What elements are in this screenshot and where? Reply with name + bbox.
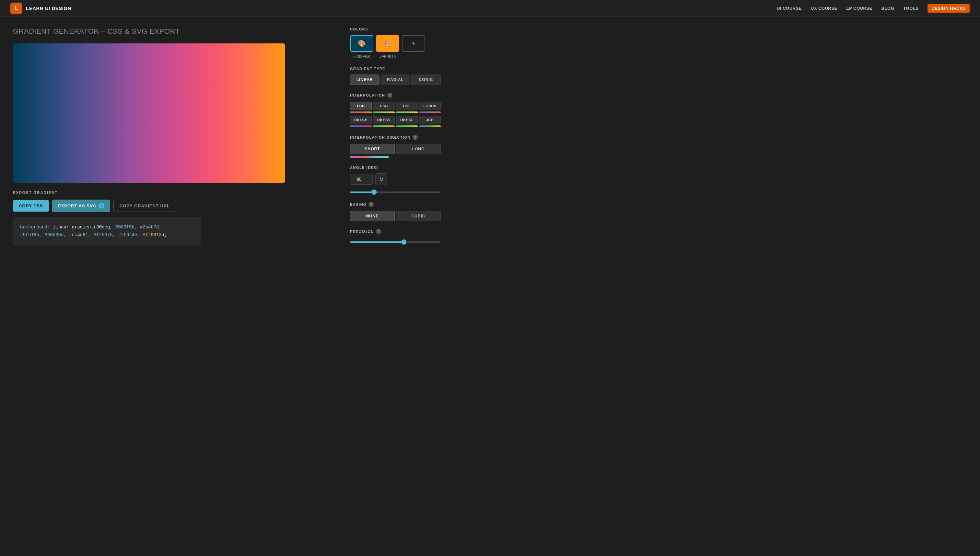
interpolation-direction-help-icon[interactable]: ?	[412, 135, 418, 140]
interp-lch[interactable]: LCH	[350, 102, 372, 110]
angle-input[interactable]	[350, 174, 373, 185]
gradient-preview	[13, 44, 285, 183]
gradient-type-section: GRADIENT TYPE LINEAR RADIAL CONIC	[350, 67, 441, 85]
interpolation-direction-section: INTERPOLATION DIRECTION ? SHORT LONG	[350, 135, 441, 158]
interp-hsb[interactable]: HSB	[373, 102, 395, 110]
export-buttons: COPY CSS EXPORT AS SVG i COPY GRADIENT U…	[13, 200, 340, 212]
precision-section: PRECISION ?	[350, 229, 441, 244]
rotate-icon: ↻	[379, 176, 383, 183]
interpolation-bars-row1	[350, 112, 441, 113]
export-svg-button[interactable]: EXPORT AS SVG i	[52, 200, 110, 212]
code-color2: #5f5195, #98509d, #cc4c91, #f25375, #ff6…	[20, 232, 142, 238]
angle-slider[interactable]	[350, 191, 441, 193]
easing-label: EASING	[350, 202, 367, 206]
interp-hsl[interactable]: HSL	[396, 102, 418, 110]
gradient-type-linear[interactable]: LINEAR	[350, 74, 380, 85]
interp-bar-lch	[350, 112, 372, 113]
angle-rotate-button[interactable]: ↻	[375, 173, 387, 185]
right-panel: COLORS 🎨 🎨 + #003F5B #FF9913 GRADIENT TY…	[350, 27, 441, 252]
color-hex-2: #FF9913	[376, 55, 399, 59]
interpolation-header: INTERPOLATION ?	[350, 93, 441, 98]
nav-link-ux-course[interactable]: UX COURSE	[811, 6, 838, 11]
palette-icon-1: 🎨	[358, 40, 366, 47]
angle-section: ANGLE (DEG) ↻	[350, 166, 441, 194]
code-property: background:	[20, 225, 53, 230]
precision-help-icon[interactable]: ?	[376, 229, 381, 234]
easing-cubic[interactable]: CUBIC	[396, 211, 441, 221]
code-color3: #ff9913	[142, 232, 162, 238]
color-hex-1: #003F5B	[350, 55, 374, 59]
logo-icon: L	[10, 3, 22, 14]
export-label: EXPORT GRADIENT	[13, 191, 340, 195]
precision-slider-container	[350, 238, 441, 244]
direction-short[interactable]: SHORT	[350, 144, 395, 154]
nav-link-lp-course[interactable]: LP COURSE	[846, 6, 872, 11]
interp-bar-okhsv	[373, 125, 395, 127]
gradient-type-radial[interactable]: RADIAL	[381, 74, 410, 85]
code-block: background: linear-gradient(90deg, #003f…	[13, 217, 201, 246]
easing-buttons: NONE CUBIC	[350, 211, 441, 221]
interp-bar-hsl	[396, 112, 418, 113]
left-panel: GRADIENT GENERATOR – CSS & SVG EXPORT EX…	[13, 27, 340, 252]
interpolation-bars-row2	[350, 125, 441, 127]
interpolation-direction-buttons: SHORT LONG	[350, 144, 441, 154]
interpolation-label: INTERPOLATION	[350, 93, 385, 97]
logo-letter: L	[15, 5, 18, 12]
precision-slider[interactable]	[350, 241, 441, 243]
interpolation-help-icon[interactable]: ?	[387, 93, 393, 98]
angle-label: ANGLE (DEG)	[350, 166, 441, 170]
nav-link-blog[interactable]: BLOG	[881, 6, 894, 11]
main-container: GRADIENT GENERATOR – CSS & SVG EXPORT EX…	[0, 17, 454, 262]
copy-css-button[interactable]: COPY CSS	[13, 200, 49, 212]
code-function: linear-gradient(90deg,	[53, 225, 115, 230]
color-swatch-1[interactable]: 🎨	[350, 35, 374, 52]
interp-lchuv[interactable]: LCHUV	[419, 102, 441, 110]
interp-bar-jch	[419, 125, 441, 127]
code-color1: #003f5b, #2b4b7d,	[115, 225, 162, 230]
nav-link-ui-course[interactable]: UI COURSE	[777, 6, 802, 11]
brand-name: LEARN UI DESIGN	[26, 5, 71, 11]
color-swatches: 🎨 🎨 +	[350, 35, 441, 52]
nav-link-design-hacks[interactable]: DESIGN HACKS	[928, 4, 970, 13]
easing-header: EASING ?	[350, 202, 441, 207]
navigation: L LEARN UI DESIGN UI COURSE UX COURSE LP…	[0, 0, 980, 17]
copy-url-button[interactable]: COPY GRADIENT URL	[113, 200, 176, 212]
interp-bar-hsb	[373, 112, 395, 113]
interpolation-row1: LCH HSB HSL LCHUV	[350, 102, 441, 110]
interp-okhsl[interactable]: OKHSL	[396, 116, 418, 124]
gradient-type-label: GRADIENT TYPE	[350, 67, 441, 71]
add-color-button[interactable]: +	[402, 35, 425, 52]
page-title-sub: – CSS & SVG EXPORT	[101, 27, 180, 35]
easing-help-icon[interactable]: ?	[369, 202, 374, 207]
plus-icon: +	[412, 39, 416, 48]
page-title: GRADIENT GENERATOR – CSS & SVG EXPORT	[13, 27, 340, 36]
interpolation-direction-header: INTERPOLATION DIRECTION ?	[350, 135, 441, 140]
interp-bar-lchuv	[419, 112, 441, 113]
interp-oklch[interactable]: OKLCH	[350, 116, 372, 124]
easing-none[interactable]: NONE	[350, 211, 395, 221]
color-swatch-2[interactable]: 🎨	[376, 35, 399, 52]
export-svg-label: EXPORT AS SVG	[58, 204, 97, 208]
interp-bar-oklch	[350, 125, 372, 127]
colors-section: COLORS 🎨 🎨 + #003F5B #FF9913	[350, 27, 441, 59]
precision-header: PRECISION ?	[350, 229, 441, 234]
gradient-type-buttons: LINEAR RADIAL CONIC	[350, 74, 441, 85]
palette-icon-2: 🎨	[384, 40, 392, 47]
interpolation-section: INTERPOLATION ? LCH HSB HSL LCHUV OKLCH …	[350, 93, 441, 127]
page-title-main: GRADIENT GENERATOR	[13, 27, 99, 35]
nav-link-tools[interactable]: TOOLS	[903, 6, 919, 11]
interp-okhsv[interactable]: OKHSV	[373, 116, 395, 124]
gradient-type-conic[interactable]: CONIC	[411, 74, 441, 85]
interp-jch[interactable]: JCH	[419, 116, 441, 124]
interpolation-direction-label: INTERPOLATION DIRECTION	[350, 136, 411, 139]
interp-bar-okhsl	[396, 125, 418, 127]
colors-label: COLORS	[350, 27, 441, 31]
interpolation-row2: OKLCH OKHSV OKHSL JCH	[350, 116, 441, 124]
code-close: );	[162, 232, 167, 238]
direction-long[interactable]: LONG	[396, 144, 441, 154]
easing-section: EASING ? NONE CUBIC	[350, 202, 441, 221]
color-labels: #003F5B #FF9913	[350, 55, 441, 59]
interpolation-direction-bar	[350, 156, 389, 158]
nav-links: UI COURSE UX COURSE LP COURSE BLOG TOOLS…	[777, 4, 970, 13]
angle-control: ↻	[350, 173, 441, 185]
